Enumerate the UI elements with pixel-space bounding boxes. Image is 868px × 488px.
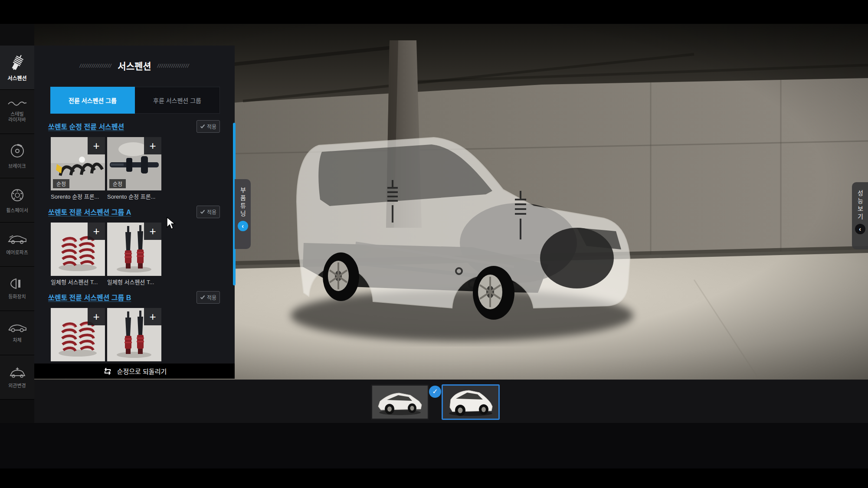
sidebar-item-2[interactable]: 브레이크 xyxy=(0,134,34,178)
part-card[interactable]: + xyxy=(107,223,161,276)
sidebar-item-label: 등화장치 xyxy=(8,294,26,300)
add-part-button[interactable]: + xyxy=(88,308,105,325)
top-letterbox xyxy=(0,0,868,24)
reset-label: 순정으로 되돌리기 xyxy=(117,367,167,376)
tab-front-suspension[interactable]: 전륜 서스펜션 그룹 xyxy=(50,87,135,114)
add-part-button[interactable]: + xyxy=(88,223,105,240)
apply-label: 적용 xyxy=(207,294,216,301)
section-title: 쏘렌토 전륜 서스펜션 그룹 B xyxy=(48,292,131,302)
sidebar-item-label: 외관변경 xyxy=(8,383,26,389)
bottom-letterbox xyxy=(0,468,868,488)
check-icon xyxy=(200,295,205,300)
apply-button[interactable]: 적용 xyxy=(197,291,220,304)
add-part-button[interactable]: + xyxy=(144,137,161,154)
part-card[interactable]: + xyxy=(51,308,105,361)
sidebar-item-5[interactable]: 등화장치 xyxy=(0,267,34,311)
suspension-tabs: 전륜 서스펜션 그룹후륜 서스펜션 그룹 xyxy=(50,87,220,114)
decor-slashes-right: //////////////// xyxy=(157,62,190,69)
lighting-icon xyxy=(10,278,25,291)
tab-rear-suspension[interactable]: 후륜 서스펜션 그룹 xyxy=(135,87,220,114)
apply-label: 적용 xyxy=(207,123,216,130)
part-section-1: 쏘렌토 전륜 서스펜션 그룹 A적용++일체형 서스펜션 T...일체형 서스펜… xyxy=(48,205,220,287)
chevron-left-icon: ‹ xyxy=(859,226,861,232)
collapse-panel-button[interactable]: ‹ xyxy=(238,221,248,231)
panel-header: //////////////// 서스펜션 //////////////// xyxy=(34,58,235,73)
apply-label: 적용 xyxy=(207,208,216,216)
sidebar: 서스펜션스테빌 라이저바브레이크휠스페이서에어로파츠등화장치차체외관변경 xyxy=(0,24,34,423)
add-part-button[interactable]: + xyxy=(88,137,105,154)
apply-button[interactable]: 적용 xyxy=(197,120,220,133)
car-body-icon xyxy=(8,323,27,334)
part-card-label: Sorento 순정 프론... xyxy=(51,192,105,200)
add-part-button[interactable]: + xyxy=(144,308,161,325)
performance-view-tab[interactable]: 성능보기 ‹ xyxy=(852,182,868,249)
wheel-spacer-icon xyxy=(10,187,25,205)
parts-tuning-tab[interactable]: 부품튜닝 ‹ xyxy=(235,179,251,249)
check-icon xyxy=(200,209,205,214)
panel-title: 서스펜션 xyxy=(118,59,151,72)
reset-loop-icon xyxy=(102,367,113,376)
part-section-2: 쏘렌토 전륜 서스펜션 그룹 B적용++ xyxy=(48,291,220,364)
sidebar-item-6[interactable]: 차체 xyxy=(0,311,34,355)
part-section-0: 쏘렌토 순정 전륜 서스펜션적용+순정+순정Sorento 순정 프론...So… xyxy=(48,120,220,202)
part-card[interactable]: +순정 xyxy=(51,137,105,190)
sidebar-item-label: 서스펜션 xyxy=(7,76,26,82)
sidebar-item-label: 에어로파츠 xyxy=(6,250,28,255)
sidebar-item-7[interactable]: 외관변경 xyxy=(0,355,34,400)
part-card[interactable]: + xyxy=(51,223,105,276)
stabilizer-icon xyxy=(8,101,27,108)
part-card-label: Sorento 순정 프론... xyxy=(107,192,161,200)
sidebar-item-3[interactable]: 휠스페이서 xyxy=(0,178,34,223)
stock-badge: 순정 xyxy=(53,179,69,188)
brake-icon xyxy=(10,143,25,160)
section-title: 쏘렌토 전륜 서스펜션 그룹 A xyxy=(48,206,131,217)
mouse-cursor xyxy=(166,217,176,230)
thumbnail-strip: ✓ xyxy=(0,380,868,423)
sidebar-item-label: 브레이크 xyxy=(8,164,26,169)
part-card[interactable]: +순정 xyxy=(107,137,161,190)
chevron-left-icon: ‹ xyxy=(242,223,244,229)
selected-check-badge: ✓ xyxy=(429,386,441,398)
app-window: ✓ carvatar 차량 변경 배경 변경 뷰 포인트 xyxy=(0,0,868,488)
stock-badge: 순정 xyxy=(109,179,126,188)
expand-performance-button[interactable]: ‹ xyxy=(855,224,865,234)
bottom-toolbar: carvatar 차량 변경 배경 변경 뷰 포인트 부품 해석요청 xyxy=(0,423,868,468)
sidebar-item-label: 차체 xyxy=(13,337,21,343)
sidebar-item-4[interactable]: 에어로파츠 xyxy=(0,223,34,267)
suspension-icon xyxy=(10,54,25,73)
part-card[interactable]: + xyxy=(107,308,161,361)
sidebar-item-0[interactable]: 서스펜션 xyxy=(0,46,34,90)
exterior-change-icon xyxy=(9,366,26,380)
check-icon xyxy=(200,124,205,129)
part-card-label: 일체형 서스펜션 T... xyxy=(107,278,161,286)
aero-parts-icon xyxy=(8,234,27,247)
part-sections: 쏘렌토 순정 전륜 서스펜션적용+순정+순정Sorento 순정 프론...So… xyxy=(48,116,220,364)
sidebar-item-label: 스테빌 라이저바 xyxy=(8,111,26,123)
reset-to-stock-button[interactable]: 순정으로 되돌리기 xyxy=(34,364,235,379)
part-card-label: 일체형 서스펜션 T... xyxy=(51,278,105,286)
sedan-thumbnail[interactable] xyxy=(371,384,429,420)
sidebar-item-1[interactable]: 스테빌 라이저바 xyxy=(0,90,34,134)
suspension-panel: //////////////// 서스펜션 //////////////// 전… xyxy=(34,46,235,364)
sidebar-item-label: 휠스페이서 xyxy=(6,208,28,213)
parts-tuning-label: 부품튜닝 xyxy=(239,187,247,218)
suv-thumbnail-selected[interactable] xyxy=(442,384,500,420)
section-title: 쏘렌토 순정 전륜 서스펜션 xyxy=(48,121,124,131)
apply-button[interactable]: 적용 xyxy=(197,206,220,218)
add-part-button[interactable]: + xyxy=(144,223,161,240)
performance-view-label: 성능보기 xyxy=(856,190,865,221)
decor-slashes-left: //////////////// xyxy=(80,62,112,69)
